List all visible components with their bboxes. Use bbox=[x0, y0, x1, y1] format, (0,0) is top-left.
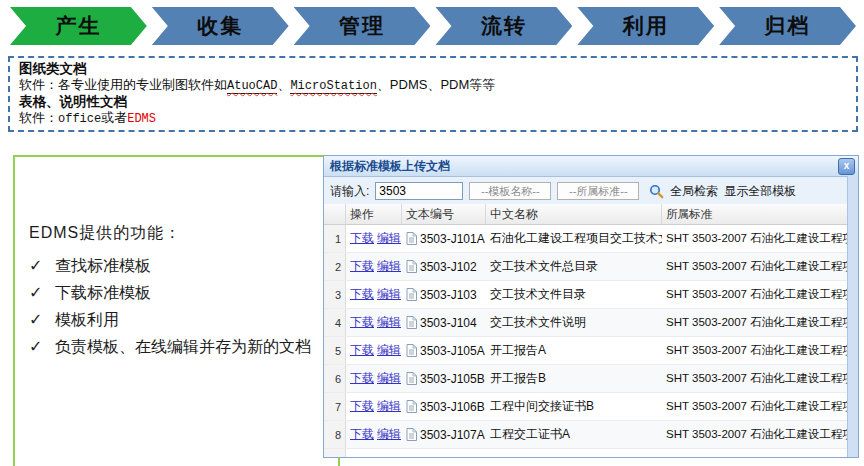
download-link[interactable]: 下载 bbox=[350, 427, 374, 441]
document-icon bbox=[406, 260, 417, 273]
edit-link[interactable]: 编辑 bbox=[377, 427, 401, 441]
software-name-edms: EDMS bbox=[127, 112, 156, 126]
row-actions: 下载编辑 bbox=[346, 398, 402, 415]
edms-functions-list: ✓ 查找标准模板 ✓ 下载标准模板 ✓ 模板利用 ✓ 负责模板、在线编辑并存为新… bbox=[29, 252, 328, 360]
download-link[interactable]: 下载 bbox=[350, 343, 374, 357]
edit-link[interactable]: 编辑 bbox=[377, 315, 401, 329]
standard-cell: SHT 3503-2007 石油化工建设工程项目交工... bbox=[662, 371, 848, 386]
list-item-label: 模板利用 bbox=[55, 306, 119, 333]
list-item: ✓ 模板利用 bbox=[29, 306, 328, 333]
list-item-label: 负责模板、在线编辑并存为新的文档 bbox=[55, 333, 311, 360]
standard-cell: SHT 3503-2007 石油化工建设工程项目交工... bbox=[662, 287, 848, 302]
standard-cell: SHT 3503-2007 石油化工建设工程项目交工... bbox=[662, 315, 848, 330]
doc-name-cell: 工程交工证书A bbox=[486, 426, 662, 443]
note-heading-drawings: 图纸类文档 bbox=[19, 61, 847, 77]
header-standard: 所属标准 bbox=[662, 204, 848, 224]
document-icon bbox=[406, 232, 417, 245]
row-actions: 下载编辑 bbox=[346, 370, 402, 387]
table-row: 8 下载编辑 3503-J107A 工程交工证书A SHT 3503-2007 … bbox=[324, 421, 848, 449]
doc-number-cell: 3503-J101A bbox=[402, 232, 486, 246]
download-link[interactable]: 下载 bbox=[350, 315, 374, 329]
document-icon bbox=[406, 400, 417, 413]
document-icon bbox=[406, 288, 417, 301]
row-number: 8 bbox=[324, 421, 346, 448]
list-item-label: 下载标准模板 bbox=[55, 279, 151, 306]
row-number: 1 bbox=[324, 225, 346, 252]
row-actions: 下载编辑 bbox=[346, 342, 402, 359]
software-name-microstation: MicroStation bbox=[290, 79, 376, 94]
download-link[interactable]: 下载 bbox=[350, 259, 374, 273]
doc-name-cell: 开工报告B bbox=[486, 370, 662, 387]
doc-number-cell: 3503-J105A bbox=[402, 344, 486, 358]
download-link[interactable]: 下载 bbox=[350, 287, 374, 301]
table-row: 3 下载编辑 3503-J103 交工技术文件目录 SHT 3503-2007 … bbox=[324, 281, 848, 309]
edit-link[interactable]: 编辑 bbox=[377, 399, 401, 413]
flow-stage-label: 产生 bbox=[55, 12, 101, 40]
process-flow: 产生 收集 管理 流转 利用 归档 bbox=[10, 7, 856, 45]
row-number: 6 bbox=[324, 365, 346, 392]
standard-cell: SHT 3503-2007 石油化工建设工程项目交工... bbox=[662, 343, 848, 358]
header-chinese-name: 中文名称 bbox=[486, 204, 662, 224]
checkmark-icon: ✓ bbox=[29, 252, 45, 279]
document-icon bbox=[406, 344, 417, 357]
edit-link[interactable]: 编辑 bbox=[377, 259, 401, 273]
edit-link[interactable]: 编辑 bbox=[377, 343, 401, 357]
download-link[interactable]: 下载 bbox=[350, 371, 374, 385]
table-body: 1 下载编辑 3503-J101A 石油化工建设工程项目交工技术文件封面A SH… bbox=[324, 225, 848, 449]
doc-name-cell: 交工技术文件说明 bbox=[486, 314, 662, 331]
header-operation: 操作 bbox=[346, 204, 402, 224]
row-actions: 下载编辑 bbox=[346, 314, 402, 331]
global-search-button[interactable]: 全局检索 bbox=[670, 183, 718, 200]
doc-number-cell: 3503-J102 bbox=[402, 260, 486, 274]
doc-number-cell: 3503-J103 bbox=[402, 288, 486, 302]
templates-table: 操作 文本编号 中文名称 所属标准 1 下载编辑 3503-J101A 石油化工… bbox=[324, 204, 848, 457]
doc-name-cell: 交工技术文件总目录 bbox=[486, 258, 662, 275]
header-doc-number: 文本编号 bbox=[402, 204, 486, 224]
template-name-filter[interactable]: --模板名称-- bbox=[469, 182, 551, 200]
table-row: 1 下载编辑 3503-J101A 石油化工建设工程项目交工技术文件封面A SH… bbox=[324, 225, 848, 253]
search-icon[interactable] bbox=[649, 184, 664, 199]
show-all-templates-button[interactable]: 显示全部模板 bbox=[724, 183, 796, 200]
table-row: 2 下载编辑 3503-J102 交工技术文件总目录 SHT 3503-2007… bbox=[324, 253, 848, 281]
list-item: ✓ 查找标准模板 bbox=[29, 252, 328, 279]
edit-link[interactable]: 编辑 bbox=[377, 371, 401, 385]
checkmark-icon: ✓ bbox=[29, 306, 45, 333]
flow-stage-label: 管理 bbox=[339, 12, 385, 40]
dialog-toolbar: 请输入: --模板名称-- --所属标准-- 全局检索 显示全部模板 bbox=[324, 177, 858, 206]
document-icon bbox=[406, 372, 417, 385]
empty-row bbox=[324, 449, 848, 457]
list-item-label: 查找标准模板 bbox=[55, 252, 151, 279]
doc-types-note: 图纸类文档 软件：各专业使用的专业制图软件如AtuoCAD、MicroStati… bbox=[8, 56, 858, 132]
edms-functions-box: EDMS提供的功能： ✓ 查找标准模板 ✓ 下载标准模板 ✓ 模板利用 ✓ 负责… bbox=[13, 155, 340, 466]
flow-stage: 收集 bbox=[152, 7, 289, 45]
note-heading-tables: 表格、说明性文档 bbox=[19, 94, 847, 110]
doc-number-cell: 3503-J105B bbox=[402, 372, 486, 386]
flow-stage-label: 收集 bbox=[197, 12, 243, 40]
download-link[interactable]: 下载 bbox=[350, 231, 374, 245]
flow-stage: 流转 bbox=[435, 7, 572, 45]
list-item: ✓ 下载标准模板 bbox=[29, 279, 328, 306]
document-icon bbox=[406, 316, 417, 329]
checkmark-icon: ✓ bbox=[29, 333, 45, 360]
list-item: ✓ 负责模板、在线编辑并存为新的文档 bbox=[29, 333, 328, 360]
vertical-scrollbar[interactable] bbox=[847, 176, 858, 457]
doc-name-cell: 交工技术文件目录 bbox=[486, 286, 662, 303]
dialog-title: 根据标准模板上传文档 bbox=[330, 159, 450, 173]
search-input-label: 请输入: bbox=[330, 183, 369, 200]
close-button[interactable]: x bbox=[838, 158, 855, 175]
software-name-atuocad: AtuoCAD bbox=[227, 79, 277, 94]
table-header-row: 操作 文本编号 中文名称 所属标准 bbox=[324, 204, 848, 225]
edit-link[interactable]: 编辑 bbox=[377, 287, 401, 301]
standard-cell: SHT 3503-2007 石油化工建设工程项目交工... bbox=[662, 259, 848, 274]
standard-filter[interactable]: --所属标准-- bbox=[557, 182, 639, 200]
standard-cell: SHT 3503-2007 石油化工建设工程项目交工... bbox=[662, 427, 848, 442]
flow-stage: 利用 bbox=[577, 7, 714, 45]
flow-stage: 管理 bbox=[294, 7, 431, 45]
edit-link[interactable]: 编辑 bbox=[377, 231, 401, 245]
table-row: 4 下载编辑 3503-J104 交工技术文件说明 SHT 3503-2007 … bbox=[324, 309, 848, 337]
row-number: 4 bbox=[324, 309, 346, 336]
row-actions: 下载编辑 bbox=[346, 258, 402, 275]
download-link[interactable]: 下载 bbox=[350, 399, 374, 413]
search-input[interactable] bbox=[375, 182, 463, 200]
software-name-office: office bbox=[58, 112, 101, 126]
